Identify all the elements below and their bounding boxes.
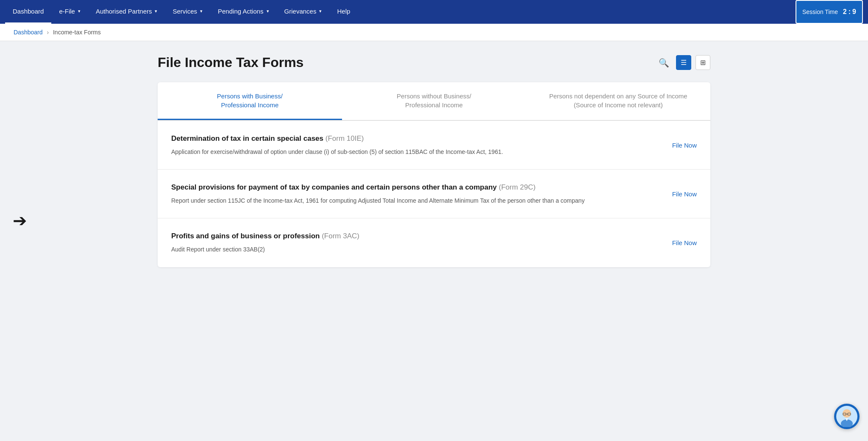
efile-chevron-icon: ▾: [78, 8, 81, 14]
page-wrapper: Dashboard › Income-tax Forms File Income…: [0, 24, 868, 441]
view-controls: 🔍 ☰ ⊞: [656, 55, 710, 70]
form-item: Profits and gains of business or profess…: [158, 218, 710, 267]
authorised-partners-chevron-icon: ▾: [155, 8, 157, 14]
file-now-button[interactable]: File Now: [672, 187, 697, 201]
chat-avatar-icon: [836, 406, 857, 427]
nav-services[interactable]: Services ▾: [165, 0, 210, 24]
tab-no-source-income[interactable]: Persons not dependent on any Source of I…: [526, 82, 710, 120]
tabs-row: Persons with Business/Professional Incom…: [158, 82, 710, 121]
grid-view-button[interactable]: ⊞: [696, 55, 710, 70]
breadcrumb: Dashboard › Income-tax Forms: [0, 24, 868, 41]
nav-pending-actions-label: Pending Actions: [218, 8, 264, 15]
search-icon: 🔍: [659, 58, 669, 67]
grid-view-icon: ⊞: [700, 59, 706, 66]
main-content: File Income Tax Forms 🔍 ☰ ⊞ Persons with…: [137, 41, 731, 281]
breadcrumb-home-link[interactable]: Dashboard: [14, 29, 43, 36]
session-time-badge: Session Time 2 : 9: [796, 0, 863, 24]
nav-authorised-partners-label: Authorised Partners: [96, 8, 152, 15]
nav-help-label: Help: [337, 8, 350, 15]
file-now-button[interactable]: File Now: [672, 236, 697, 250]
tab-business-income[interactable]: Persons with Business/Professional Incom…: [158, 82, 342, 120]
nav-authorised-partners[interactable]: Authorised Partners ▾: [88, 0, 165, 24]
session-seconds: 9: [852, 8, 856, 16]
session-time-num: :: [849, 8, 851, 16]
file-now-button[interactable]: File Now: [672, 138, 697, 152]
session-time-label: Session Time: [802, 8, 838, 15]
nav-dashboard-label: Dashboard: [13, 8, 44, 15]
nav-grievances-label: Grievances: [284, 8, 317, 15]
form-item-title: Determination of tax in certain special …: [171, 134, 662, 144]
page-title: File Income Tax Forms: [158, 55, 303, 70]
list-view-icon: ☰: [681, 59, 687, 66]
breadcrumb-current: Income-tax Forms: [53, 29, 101, 36]
search-button[interactable]: 🔍: [656, 55, 672, 70]
form-items-list: Determination of tax in certain special …: [158, 121, 710, 267]
nav-efile-label: e-File: [59, 8, 75, 15]
form-item: Determination of tax in certain special …: [158, 121, 710, 170]
form-item: Special provisions for payment of tax by…: [158, 170, 710, 218]
breadcrumb-separator: ›: [47, 29, 49, 36]
tab-non-business-income[interactable]: Persons without Business/Professional In…: [342, 82, 526, 120]
chat-bubble[interactable]: [834, 404, 860, 429]
form-item-content: Profits and gains of business or profess…: [171, 231, 662, 254]
nav-efile[interactable]: e-File ▾: [51, 0, 88, 24]
form-item-content: Determination of tax in certain special …: [171, 134, 662, 156]
session-minutes: 2: [843, 8, 847, 16]
form-item-content: Special provisions for payment of tax by…: [171, 182, 662, 205]
form-item-title: Special provisions for payment of tax by…: [171, 182, 662, 193]
svg-point-1: [843, 409, 851, 418]
form-item-title: Profits and gains of business or profess…: [171, 231, 662, 241]
form-code: (Form 3AC): [322, 232, 359, 240]
page-header: File Income Tax Forms 🔍 ☰ ⊞: [158, 55, 710, 70]
form-code: (Form 10IE): [326, 134, 364, 142]
pending-actions-chevron-icon: ▾: [267, 8, 269, 14]
nav-dashboard[interactable]: Dashboard: [5, 0, 51, 24]
form-item-desc: Report under section 115JC of the Income…: [171, 196, 662, 205]
nav-services-label: Services: [172, 8, 197, 15]
nav-grievances[interactable]: Grievances ▾: [277, 0, 330, 24]
form-item-desc: Audit Report under section 33AB(2): [171, 245, 662, 254]
nav-pending-actions[interactable]: Pending Actions ▾: [210, 0, 277, 24]
grievances-chevron-icon: ▾: [319, 8, 322, 14]
forms-card: Persons with Business/Professional Incom…: [158, 82, 710, 267]
nav-help[interactable]: Help: [329, 0, 358, 24]
services-chevron-icon: ▾: [200, 8, 203, 14]
list-view-button[interactable]: ☰: [676, 55, 691, 70]
navbar: Dashboard e-File ▾ Authorised Partners ▾…: [0, 0, 868, 24]
form-code: (Form 29C): [499, 183, 536, 191]
form-item-desc: Application for exercise/withdrawal of o…: [171, 147, 662, 156]
